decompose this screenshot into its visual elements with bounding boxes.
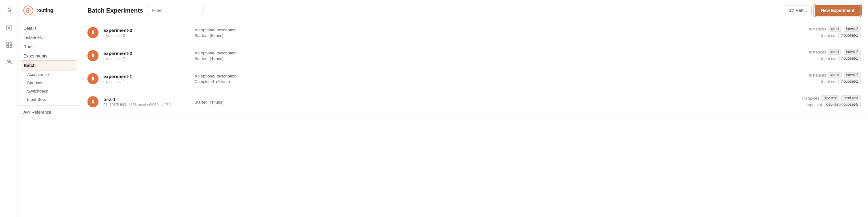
sidebar-item-shadow[interactable]: Shadow (19, 79, 80, 87)
instances-row: Instances latest latest-2 (756, 49, 861, 55)
sidebar-item-acceptance[interactable]: Acceptance (19, 70, 80, 79)
new-experiment-button[interactable]: New Experiment (815, 5, 861, 16)
experiment-description: An optional description Completed (6 run… (194, 74, 751, 84)
experiment-icon (87, 73, 98, 84)
experiment-name: experiment-1 (103, 74, 190, 79)
experiment-status: Completed (6 runs) (194, 79, 751, 84)
sidebar-item-runs[interactable]: Runs (19, 42, 80, 51)
experiment-description: Started (4 runs) (194, 99, 751, 105)
experiment-name: experiment-3 (103, 28, 190, 33)
experiment-desc-text: An optional description (194, 51, 751, 55)
main-header-left: Batch Experiments (87, 6, 204, 15)
icon-bar (0, 0, 19, 217)
main-header: Batch Experiments Refr... New Experiment (80, 0, 868, 21)
experiment-desc-text: An optional description (194, 28, 751, 32)
sidebar-nav: Details Instances Runs Experiments Batch… (19, 20, 80, 120)
input-set-row: Input set input-set-1 (756, 56, 861, 61)
sidebar-title: routing (36, 8, 53, 13)
experiment-icon (87, 50, 98, 61)
svg-rect-5 (9, 45, 11, 47)
input-set-row: Input set input-set-1 (756, 79, 861, 84)
table-row[interactable]: test-1 97e196f5-f60b-4656-ace4-e6f950aca… (80, 91, 868, 113)
rocket-icon[interactable] (4, 5, 15, 16)
sidebar-item-input-sets[interactable]: Input Sets (19, 95, 80, 104)
input-set-row: Input set input-set-1 (756, 33, 861, 38)
experiment-description: An optional description Started (4 runs) (194, 51, 751, 61)
svg-point-0 (9, 10, 10, 11)
cube-icon[interactable] (4, 22, 15, 33)
experiment-info: experiment-3 experiment-3 (103, 28, 190, 38)
table-row[interactable]: experiment-2 experiment-2 An optional de… (80, 44, 868, 67)
experiment-description: An optional description Started (6 runs) (194, 28, 751, 38)
users-icon[interactable] (4, 57, 15, 68)
sidebar-item-instances[interactable]: Instances (19, 33, 80, 42)
page-title: Batch Experiments (87, 7, 143, 14)
sidebar-item-switchback[interactable]: Switchback (19, 87, 80, 95)
svg-point-6 (7, 60, 9, 62)
instances-row: Instances dev-test prod-test (756, 95, 861, 101)
sidebar-item-batch[interactable]: Batch (21, 61, 77, 70)
main-header-right: Refr... New Experiment (785, 5, 861, 16)
main-content: Batch Experiments Refr... New Experiment… (80, 0, 868, 217)
experiment-icon (87, 27, 98, 38)
experiment-meta: Instances latest latest-2 Input set inpu… (756, 72, 861, 85)
filter-input[interactable] (148, 6, 204, 15)
sidebar-header: routing (19, 0, 80, 20)
svg-point-7 (9, 60, 11, 62)
table-row[interactable]: experiment-1 experiment-1 An optional de… (80, 67, 868, 91)
experiment-status: Started (4 runs) (194, 56, 751, 61)
input-set-row: Input set dev-test-input-set-5 (756, 102, 861, 107)
experiment-meta: Instances latest latest-2 Input set inpu… (756, 49, 861, 62)
experiment-id: experiment-1 (103, 80, 190, 84)
svg-rect-4 (6, 45, 8, 47)
refresh-icon (789, 8, 794, 12)
nav-divider (19, 105, 80, 106)
experiment-info: test-1 97e196f5-f60b-4656-ace4-e6f950aca… (103, 97, 190, 107)
experiment-status: Started (6 runs) (194, 33, 751, 38)
experiment-icon (87, 96, 98, 107)
svg-rect-2 (6, 42, 8, 44)
experiment-list: experiment-3 experiment-3 An optional de… (80, 21, 868, 217)
refresh-label: Refr... (796, 8, 807, 13)
experiment-desc-text: An optional description (194, 74, 751, 78)
sidebar-item-details[interactable]: Details (19, 24, 80, 33)
sidebar: routing Details Instances Runs Experimen… (19, 0, 80, 217)
refresh-button[interactable]: Refr... (785, 5, 812, 15)
experiment-info: experiment-1 experiment-1 (103, 74, 190, 84)
experiment-name: test-1 (103, 97, 190, 102)
svg-rect-3 (9, 42, 11, 44)
grid-icon[interactable] (4, 39, 15, 50)
sidebar-item-experiments[interactable]: Experiments (19, 51, 80, 61)
sidebar-logo (23, 5, 33, 15)
experiment-meta: Instances latest latest-2 Input set inpu… (756, 26, 861, 39)
experiment-id: 97e196f5-f60b-4656-ace4-e6f950aca960 (103, 103, 190, 107)
instances-row: Instances latest latest-2 (756, 26, 861, 32)
experiment-name: experiment-2 (103, 51, 190, 56)
table-row[interactable]: experiment-3 experiment-3 An optional de… (80, 21, 868, 44)
instances-row: Instances latest latest-2 (756, 72, 861, 78)
experiment-meta: Instances dev-test prod-test Input set d… (756, 95, 861, 108)
experiment-id: experiment-2 (103, 57, 190, 61)
sidebar-item-api-reference[interactable]: API Reference (19, 108, 80, 117)
experiment-status: Started (4 runs) (194, 100, 751, 105)
experiment-info: experiment-2 experiment-2 (103, 51, 190, 61)
experiment-id: experiment-3 (103, 34, 190, 38)
